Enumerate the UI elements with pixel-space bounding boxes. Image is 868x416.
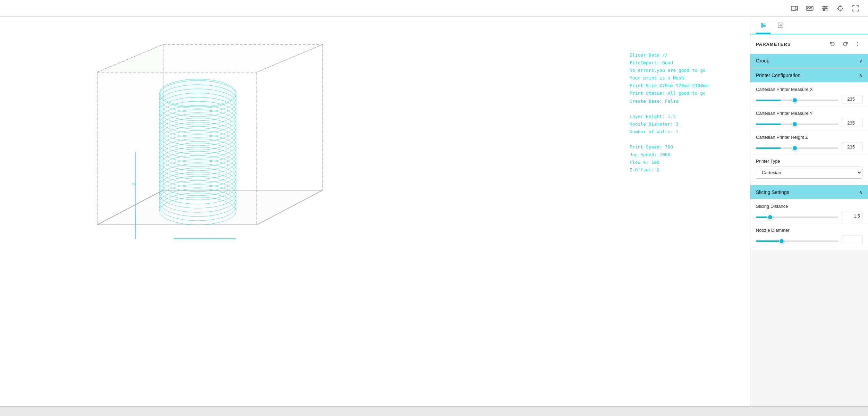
measure-y-label: Cartesian Printer Measure Y — [756, 111, 862, 116]
svg-rect-0 — [791, 6, 796, 10]
slicer-line-10: Print Speed: 700 — [630, 143, 708, 151]
svg-point-9 — [823, 9, 825, 11]
printer-config-label: Printer Configuration — [756, 73, 800, 78]
right-panel: PARAMETERS — [750, 17, 868, 406]
panel-tabs — [750, 17, 868, 34]
svg-point-60 — [160, 79, 236, 107]
slicer-line-11: Jog Speed: 2000 — [630, 151, 708, 159]
param-slicing-distance: Slicing Distance — [750, 199, 868, 223]
height-z-input[interactable] — [842, 143, 862, 151]
sliders-tab-icon — [760, 22, 766, 30]
slicing-distance-control — [756, 212, 862, 220]
3d-viewport[interactable]: Z — [28, 24, 340, 273]
measure-y-input[interactable] — [842, 119, 862, 127]
slicer-line-12: Flow %: 100 — [630, 159, 708, 166]
toolbar — [0, 0, 868, 17]
slicer-line-8: Noozle Diameter: 3 — [630, 120, 708, 128]
svg-point-70 — [761, 26, 763, 27]
param-height-z: Cartesian Printer Height Z — [750, 130, 868, 154]
tab-export[interactable] — [773, 19, 788, 34]
slicing-distance-slider-container — [756, 213, 838, 219]
slicer-line-2: No errors,you are good to go — [630, 67, 708, 74]
svg-point-72 — [857, 42, 858, 43]
printer-type-select[interactable]: Cartesian Delta CoreXY — [756, 167, 862, 179]
slicer-data-overlay: Slicer Data // FileImport: Good No error… — [630, 51, 708, 174]
slicer-line-0: Slicer Data // — [630, 51, 708, 59]
slicer-line-13: Z-Offset: 0 — [630, 166, 708, 174]
slicing-distance-slider[interactable] — [756, 217, 838, 218]
slicing-settings-chevron: ∧ — [859, 189, 862, 195]
more-button[interactable] — [853, 39, 862, 49]
slicing-settings-content: Slicing Distance Noozle Diameter — [750, 199, 868, 250]
slicer-line-blank1 — [630, 105, 708, 113]
group-chevron: ∨ — [859, 58, 862, 63]
slicer-line-6: Create Base: False — [630, 97, 708, 105]
bottom-bar — [0, 406, 868, 416]
noozle-diameter-control — [756, 236, 862, 244]
noozle-diameter-slider[interactable] — [756, 240, 838, 242]
svg-point-74 — [857, 45, 858, 46]
slicer-line-1: FileImport: Good — [630, 59, 708, 67]
svg-point-2 — [808, 7, 809, 9]
measure-y-control — [756, 119, 862, 127]
vr-icon[interactable] — [804, 3, 815, 14]
slicing-distance-label: Slicing Distance — [756, 204, 862, 209]
video-icon[interactable] — [789, 3, 800, 14]
redo-button[interactable] — [840, 39, 850, 49]
printer-config-section-header[interactable]: Printer Configuration ∧ — [750, 68, 868, 82]
noozle-diameter-input[interactable] — [842, 236, 862, 244]
measure-x-input[interactable] — [842, 95, 862, 103]
svg-point-10 — [838, 6, 842, 10]
svg-point-3 — [810, 7, 812, 9]
undo-button[interactable] — [828, 39, 837, 49]
tab-parameters[interactable] — [756, 19, 770, 34]
panel-header: PARAMETERS — [750, 34, 868, 54]
measure-x-control — [756, 95, 862, 103]
measure-y-slider-container — [756, 120, 838, 126]
measure-x-label: Cartesian Printer Measure X — [756, 87, 862, 92]
measure-x-slider[interactable] — [756, 100, 838, 101]
sliders-icon[interactable] — [819, 3, 831, 14]
slicer-line-3: Your print is a Mesh — [630, 74, 708, 82]
param-measure-y: Cartesian Printer Measure Y — [750, 107, 868, 130]
slicer-line-7: Layer Height: 1.5 — [630, 113, 708, 120]
printer-config-chevron: ∧ — [859, 73, 862, 78]
printer-type-label: Printer Type — [756, 159, 862, 164]
measure-y-slider[interactable] — [756, 124, 838, 125]
viewport[interactable]: Slicer Data // FileImport: Good No error… — [0, 17, 750, 406]
height-z-label: Cartesian Printer Height Z — [756, 135, 862, 140]
group-section-header[interactable]: Group ∨ — [750, 54, 868, 68]
main-layout: Slicer Data // FileImport: Good No error… — [0, 17, 868, 406]
param-measure-x: Cartesian Printer Measure X — [750, 83, 868, 107]
printer-config-content: Cartesian Printer Measure X Cartesian Pr… — [750, 83, 868, 185]
noozle-diameter-label: Noozle Diameter — [756, 228, 862, 233]
crosshair-icon[interactable] — [835, 3, 846, 14]
svg-point-73 — [857, 44, 858, 44]
fullscreen-icon[interactable] — [850, 3, 861, 14]
slicer-line-9: Number of Walls: 1 — [630, 128, 708, 136]
height-z-slider-container — [756, 144, 838, 150]
height-z-slider[interactable] — [756, 147, 838, 149]
svg-point-7 — [823, 6, 825, 7]
group-label: Group — [756, 58, 769, 63]
panel-title: PARAMETERS — [756, 42, 791, 47]
noozle-diameter-slider-container — [756, 237, 838, 243]
svg-marker-18 — [97, 44, 323, 72]
svg-point-68 — [761, 23, 763, 25]
param-printer-type: Printer Type Cartesian Delta CoreXY — [750, 154, 868, 182]
svg-point-69 — [763, 25, 765, 26]
slicing-settings-section-header[interactable]: Slicing Settings ∧ — [750, 185, 868, 199]
param-noozle-diameter: Noozle Diameter — [750, 223, 868, 247]
height-z-control — [756, 143, 862, 151]
slicer-line-blank2 — [630, 136, 708, 143]
slicing-settings-label: Slicing Settings — [756, 189, 789, 195]
export-tab-icon — [777, 22, 784, 30]
panel-header-actions — [828, 39, 862, 49]
svg-text:Z: Z — [132, 183, 136, 185]
svg-point-8 — [825, 8, 827, 9]
slicer-line-4: Print Size X70mm Y70mm Z100mm — [630, 82, 708, 90]
slicing-distance-input[interactable] — [842, 212, 862, 220]
measure-x-slider-container — [756, 96, 838, 102]
slicer-line-5: Print Status: All good to go — [630, 90, 708, 97]
